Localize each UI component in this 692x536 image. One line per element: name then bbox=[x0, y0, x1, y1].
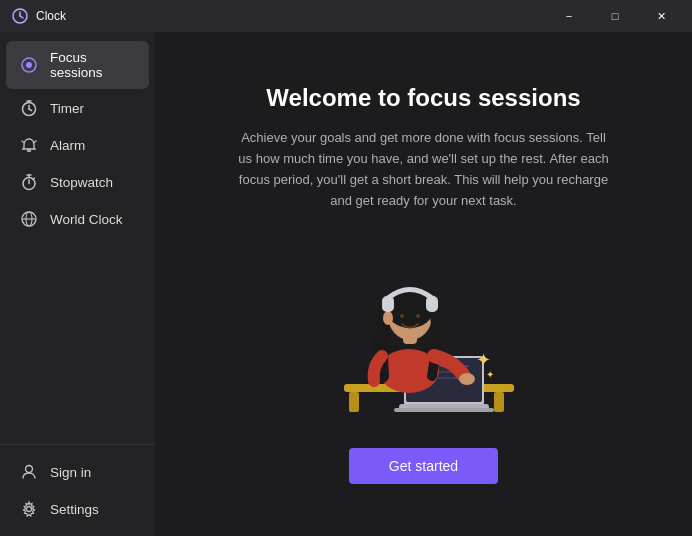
sidebar-label-stopwatch: Stopwatch bbox=[50, 175, 113, 190]
svg-rect-44 bbox=[426, 296, 438, 312]
maximize-button[interactable]: □ bbox=[592, 0, 638, 32]
page-title: Welcome to focus sessions bbox=[266, 84, 580, 112]
sidebar-item-stopwatch[interactable]: Stopwatch bbox=[6, 164, 149, 200]
svg-text:✦: ✦ bbox=[486, 369, 494, 380]
svg-line-7 bbox=[29, 109, 32, 111]
stopwatch-icon bbox=[20, 173, 38, 191]
svg-line-18 bbox=[33, 178, 35, 180]
sidebar-footer: Sign in Settings bbox=[0, 444, 155, 528]
sidebar-item-alarm[interactable]: Alarm bbox=[6, 127, 149, 163]
svg-text:✦: ✦ bbox=[476, 350, 491, 370]
svg-point-23 bbox=[27, 507, 32, 512]
app-body: Focus sessions Timer bbox=[0, 32, 692, 536]
alarm-icon bbox=[20, 136, 38, 154]
svg-rect-26 bbox=[494, 392, 504, 412]
sidebar-nav: Focus sessions Timer bbox=[0, 40, 155, 444]
sidebar-item-settings[interactable]: Settings bbox=[6, 491, 149, 527]
timer-icon bbox=[20, 99, 38, 117]
svg-point-40 bbox=[400, 314, 404, 318]
svg-rect-33 bbox=[394, 408, 494, 412]
sidebar-item-world-clock[interactable]: World Clock bbox=[6, 201, 149, 237]
close-button[interactable]: ✕ bbox=[638, 0, 684, 32]
svg-point-41 bbox=[416, 314, 420, 318]
title-bar: Clock − □ ✕ bbox=[0, 0, 692, 32]
sidebar: Focus sessions Timer bbox=[0, 32, 155, 536]
sidebar-label-focus-sessions: Focus sessions bbox=[50, 50, 135, 80]
sidebar-label-alarm: Alarm bbox=[50, 138, 85, 153]
focus-illustration: ✦ ✦ bbox=[314, 236, 534, 416]
svg-line-2 bbox=[20, 16, 23, 18]
sign-in-icon bbox=[20, 463, 38, 481]
main-content: Welcome to focus sessions Achieve your g… bbox=[155, 32, 692, 536]
svg-point-42 bbox=[383, 311, 393, 325]
svg-point-4 bbox=[26, 62, 32, 68]
world-clock-icon bbox=[20, 210, 38, 228]
get-started-button[interactable]: Get started bbox=[349, 448, 498, 484]
sidebar-label-settings: Settings bbox=[50, 502, 99, 517]
sidebar-label-sign-in: Sign in bbox=[50, 465, 91, 480]
svg-point-22 bbox=[26, 466, 33, 473]
focus-sessions-icon bbox=[20, 56, 38, 74]
sidebar-label-world-clock: World Clock bbox=[50, 212, 123, 227]
minimize-button[interactable]: − bbox=[546, 0, 592, 32]
app-title: Clock bbox=[36, 9, 66, 23]
window-controls: − □ ✕ bbox=[546, 0, 684, 32]
sidebar-item-sign-in[interactable]: Sign in bbox=[6, 454, 149, 490]
app-icon bbox=[12, 8, 28, 24]
svg-rect-43 bbox=[382, 296, 394, 312]
sidebar-item-focus-sessions[interactable]: Focus sessions bbox=[6, 41, 149, 89]
svg-point-45 bbox=[459, 373, 475, 385]
svg-rect-25 bbox=[349, 392, 359, 412]
page-description: Achieve your goals and get more done wit… bbox=[234, 128, 614, 211]
title-bar-left: Clock bbox=[12, 8, 66, 24]
sidebar-item-timer[interactable]: Timer bbox=[6, 90, 149, 126]
settings-icon bbox=[20, 500, 38, 518]
sidebar-label-timer: Timer bbox=[50, 101, 84, 116]
